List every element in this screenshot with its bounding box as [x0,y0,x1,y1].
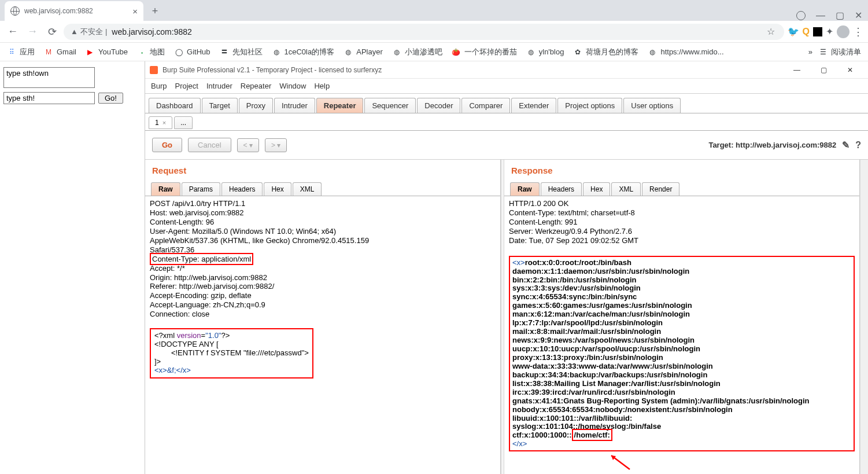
burp-menubar: Burp Project Intruder Repeater Window He… [145,79,868,94]
bookmark-youtube[interactable]: ▶YouTube [86,47,128,57]
repeater-action-row: Go Cancel < ▾ > ▾ Target: http://web.jar… [145,131,868,160]
bookmark-mido[interactable]: ◍https://www.mido... [648,47,723,57]
edit-target-icon[interactable]: ✎ [842,139,849,150]
menu-window[interactable]: Window [279,82,306,90]
bookmark-ylnblog[interactable]: ◍yln'blog [526,47,564,57]
reading-list[interactable]: ☰阅读清单 [818,47,861,57]
warning-icon: ▲ [71,27,78,36]
apps-shortcut[interactable]: ⠿应用 [7,47,35,57]
bookmark-icecola[interactable]: ◍1ceC0la的博客 [272,47,335,57]
bookmark-map[interactable]: ⬩地图 [137,47,165,57]
tomato-icon: 🍅 [452,47,461,57]
repeater-tab-1[interactable]: 1× [149,116,172,129]
not-secure-indicator[interactable]: ▲ 不安全 | [71,27,107,37]
forward-button[interactable]: → [24,24,40,40]
history-prev-button[interactable]: < ▾ [237,138,259,152]
ext-black-icon[interactable] [813,27,822,36]
minimize-window-icon[interactable]: — [816,10,825,21]
go-page-button[interactable]: Go! [98,93,123,104]
request-tab-headers[interactable]: Headers [221,182,263,196]
menu-burp[interactable]: Burp [151,82,167,90]
tab-repeater[interactable]: Repeater [316,98,364,113]
go-button[interactable]: Go [152,138,182,152]
response-header: Response [504,160,859,180]
request-pane: Request Raw Params Headers Hex XML POST … [145,160,501,474]
browser-tab[interactable]: web.jarvisoj.com:9882 × [5,1,143,21]
response-body[interactable]: HTTP/1.0 200 OK Content-Type: text/html;… [504,196,859,474]
response-tab-hex[interactable]: Hex [583,182,610,196]
tab-target[interactable]: Target [202,98,238,113]
repeater-tab-more[interactable]: ... [174,116,193,129]
xianzhi-icon: 〓 [220,47,229,57]
close-window-icon[interactable]: ✕ [855,10,862,21]
target-label: Target: http://web.jarvisoj.com:9882 [708,141,836,149]
request-tab-xml[interactable]: XML [293,182,322,196]
tab-project-options[interactable]: Project options [557,98,622,113]
apps-icon: ⠿ [7,47,16,57]
tab-decoder[interactable]: Decoder [417,98,460,113]
request-tab-hex[interactable]: Hex [264,182,291,196]
tab-comparer[interactable]: Comparer [461,98,510,113]
burp-window: Burp Suite Professional v2.1 - Temporary… [145,61,868,474]
page-left-form: type sth!own Go! [0,61,145,474]
extensions-icon[interactable]: ✦ [826,26,833,37]
burp-main-tabs: Dashboard Target Proxy Intruder Repeater… [145,95,868,113]
map-icon: ⬩ [137,47,146,57]
new-tab-button[interactable]: + [147,3,163,19]
request-body[interactable]: POST /api/v1.0/try HTTP/1.1 Host: web.ja… [145,196,500,474]
bookmark-star-icon[interactable]: ☆ [767,26,775,37]
textarea-input[interactable]: type sth!own [3,67,95,88]
ext-orange-icon[interactable]: Q [803,27,810,37]
profile-avatar-icon[interactable] [837,25,849,38]
back-button[interactable]: ← [5,24,21,40]
burp-title-text: Burp Suite Professional v2.1 - Temporary… [162,66,382,74]
response-tab-headers[interactable]: Headers [541,182,582,196]
bookmarks-overflow[interactable]: » [808,47,812,56]
response-tab-render[interactable]: Render [642,182,679,196]
response-tab-xml[interactable]: XML [611,182,641,196]
menu-help[interactable]: Help [314,82,330,90]
burp-app-icon [150,66,158,74]
menu-dots-icon[interactable]: ⋮ [853,25,863,38]
globe-icon [10,6,20,16]
menu-project[interactable]: Project [175,82,198,90]
github-icon: ◯ [174,47,183,57]
reload-button[interactable]: ⟳ [44,24,60,40]
burp-close-icon[interactable]: ✕ [837,61,863,79]
response-tab-raw[interactable]: Raw [510,182,540,196]
bookmark-xiaodi[interactable]: ◍小迪渗透吧 [392,47,442,57]
tab-close-icon[interactable]: × [132,6,138,16]
ext-bird-icon[interactable]: 🐦 [788,26,799,37]
close-icon[interactable]: × [162,119,166,126]
bookmark-tomato[interactable]: 🍅一个坏掉的番茄 [452,47,517,57]
highlighted-xml-payload: <?xml version="1.0"?> <!DOCTYPE ANY [ <!… [150,328,313,379]
request-subtabs: Raw Params Headers Hex XML [145,180,500,196]
tab-extender[interactable]: Extender [511,98,556,113]
tab-user-options[interactable]: User options [623,98,681,113]
bookmark-hetang[interactable]: ✿荷塘月色的博客 [573,47,638,57]
tab-sequencer[interactable]: Sequencer [364,98,416,113]
text-input[interactable] [3,92,95,104]
repeater-sub-tabs: 1× ... [145,115,868,131]
list-icon: ☰ [818,47,828,57]
history-next-button[interactable]: > ▾ [265,138,287,152]
scrollbar[interactable] [860,160,868,474]
account-circle-icon[interactable] [796,11,806,20]
menu-intruder[interactable]: Intruder [206,82,232,90]
burp-maximize-icon[interactable]: ▢ [810,61,837,79]
tab-intruder[interactable]: Intruder [274,98,315,113]
maximize-window-icon[interactable]: ▢ [836,10,844,21]
bookmark-aplayer[interactable]: ◍APlayer [343,47,383,57]
menu-repeater[interactable]: Repeater [241,82,271,90]
bookmark-github[interactable]: ◯GitHub [174,47,210,57]
burp-minimize-icon[interactable]: — [784,61,810,79]
request-tab-params[interactable]: Params [182,182,220,196]
address-bar[interactable]: ▲ 不安全 | web.jarvisoj.com:9882 ☆ [64,24,784,40]
bookmark-gmail[interactable]: MGmail [44,47,76,57]
cancel-button[interactable]: Cancel [188,138,231,152]
bookmark-xianzhi[interactable]: 〓先知社区 [220,47,263,57]
tab-proxy[interactable]: Proxy [239,98,273,113]
request-tab-raw[interactable]: Raw [151,182,180,196]
tab-dashboard[interactable]: Dashboard [149,98,201,113]
help-icon[interactable]: ? [855,140,861,150]
